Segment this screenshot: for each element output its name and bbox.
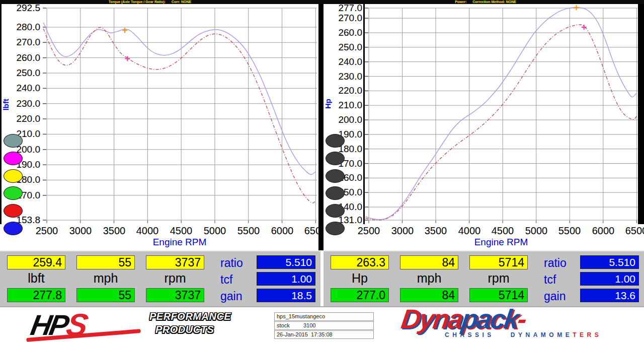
peak-speed-value: 55 (76, 288, 135, 302)
y-tick-label: 200.0 (322, 114, 363, 125)
unit-label-lbft: lbft (7, 271, 65, 286)
x-tick-label: 4500 (164, 225, 199, 237)
torque-chart-pane: lbft Engine RPM 292.5280.0270.0260.0250.… (0, 0, 322, 250)
dynapack-tagline: CHASSISDYNAMOMETERS (445, 331, 602, 338)
torque-plot (43, 4, 317, 224)
x-tick-label: 5500 (231, 225, 266, 237)
x-tick-label: 2500 (29, 225, 64, 237)
power-chart-pane: Hp Engine RPM 277.0270.0260.0250.0240.02… (322, 0, 644, 250)
dynapack-logo: Dynapack- (399, 303, 529, 334)
baseline-value: 3100 (303, 322, 315, 329)
gain-label: gain (220, 290, 242, 303)
tcf-value: 1.00 (580, 272, 639, 286)
cursor-rpm-value: 3737 (146, 255, 204, 269)
x-tick-label: 3000 (385, 225, 420, 237)
channel-oval-button[interactable] (326, 204, 345, 218)
x-tick-label: 4000 (130, 225, 165, 237)
channel-oval-button[interactable] (4, 204, 23, 218)
y-tick-label: 260.0 (322, 27, 363, 38)
power-plot (365, 4, 638, 224)
y-tick-label: 280.0 (0, 22, 41, 33)
channel-oval-button[interactable] (326, 222, 345, 235)
dynapack-tagline-dynamome: DYNAMOME (511, 331, 573, 338)
x-tick-label: 4500 (485, 225, 520, 237)
y-tick-label: 220.0 (322, 85, 363, 96)
channel-oval-button[interactable] (4, 222, 23, 235)
peak-rpm-value: 5714 (469, 288, 528, 302)
x-tick-label: 6000 (265, 225, 300, 237)
y-tick-label: 292.5 (0, 3, 41, 14)
x-tick-label: 5500 (552, 225, 587, 237)
channel-oval-button[interactable] (326, 152, 345, 165)
ratio-label: ratio (220, 256, 243, 270)
y-tick-label: 260.0 (0, 52, 41, 63)
unit-label-rpm: rpm (469, 271, 528, 286)
power-plot-left-frame (363, 4, 365, 224)
channel-oval-button[interactable] (4, 134, 23, 148)
x-tick-label: 5000 (519, 225, 554, 237)
unit-label-rpm: rpm (146, 271, 204, 286)
channel-oval-button[interactable] (4, 186, 23, 200)
dynapack-tagline-chassis: CHASSIS (445, 331, 495, 338)
chart-divider (318, 0, 324, 250)
dyno-report-window: Torque (Axle Torque / Gear Ratio): Corr:… (0, 0, 644, 342)
peak-power-value: 277.0 (331, 288, 389, 302)
torque-chart-title: Torque (Axle Torque / Gear Ratio): Corr:… (109, 0, 191, 4)
y-tick-label: 240.0 (0, 83, 41, 94)
channel-oval-button[interactable] (326, 169, 345, 183)
run-name-field[interactable]: hps_15mustangeco (274, 312, 374, 321)
ratio-label: ratio (544, 256, 567, 270)
cursor-speed-value: 84 (400, 255, 458, 269)
dynapack-logo-pack: pack (460, 304, 520, 334)
cursor-power-value: 263.3 (331, 255, 389, 269)
cursor-torque-value: 259.4 (7, 255, 65, 269)
power-x-axis-label: Engine RPM (474, 237, 528, 248)
footer-strip: HPS PERFORMANCE PRODUCTS hps_15mustangec… (0, 306, 644, 342)
window-left-border (0, 0, 2, 224)
cursor-speed-value: 55 (76, 255, 135, 269)
channel-oval-button[interactable] (4, 169, 23, 183)
y-tick-label: 277.0 (322, 3, 363, 14)
gain-value: 18.5 (257, 289, 315, 302)
hps-tagline-line2: PRODUCTS (155, 323, 231, 336)
y-tick-label: 210.0 (322, 100, 363, 111)
channel-oval-button[interactable] (326, 134, 345, 148)
torque-data-panel: 259.4 55 3737 lbft mph rpm 277.8 55 3737… (0, 250, 320, 306)
x-tick-label: 3500 (97, 225, 132, 237)
peak-rpm-value: 3737 (146, 288, 204, 302)
y-tick-label: 220.0 (0, 113, 41, 124)
y-tick-label: 230.0 (322, 71, 363, 82)
channel-oval-button[interactable] (4, 152, 23, 165)
unit-label-mph: mph (76, 271, 135, 286)
x-tick-label: 2500 (351, 225, 386, 237)
tcf-label: tcf (544, 273, 556, 287)
run-baseline-field[interactable]: stock3100 (274, 321, 374, 330)
y-tick-label: 250.0 (322, 42, 363, 53)
ratio-value: 5.510 (580, 255, 639, 269)
unit-label-hp: Hp (331, 271, 389, 286)
peak-speed-value: 84 (400, 288, 458, 302)
x-tick-label: 6000 (586, 225, 621, 237)
peak-torque-value: 277.8 (7, 288, 65, 302)
dynapack-logo-dyna: Dyna (399, 304, 464, 334)
y-tick-label: 270.0 (322, 13, 363, 24)
hps-logo-tagline: PERFORMANCE PRODUCTS (149, 310, 231, 336)
baseline-label: stock (277, 322, 290, 328)
tcf-value: 1.00 (257, 272, 315, 286)
window-right-border (638, 0, 644, 224)
x-tick-label: 4000 (452, 225, 487, 237)
gain-value: 13.6 (580, 289, 639, 302)
run-timestamp-field: 26-Jan-2015 17:35:08 (274, 330, 374, 339)
y-tick-label: 240.0 (322, 56, 363, 67)
power-data-panel: 263.3 84 5714 Hp mph rpm 277.0 84 5714 r… (324, 250, 644, 306)
x-tick-label: 6500 (619, 225, 644, 237)
ratio-value: 5.510 (257, 255, 315, 269)
hps-tagline-line1: PERFORMANCE (149, 310, 231, 323)
channel-oval-button[interactable] (326, 186, 345, 200)
tcf-label: tcf (220, 273, 232, 287)
gain-label: gain (544, 290, 566, 303)
x-tick-label: 5000 (197, 225, 232, 237)
unit-label-mph: mph (400, 271, 458, 286)
dynapack-tagline-ters: TERS (573, 331, 602, 338)
chart-title-strip: Torque (Axle Torque / Gear Ratio): Corr:… (0, 0, 644, 4)
